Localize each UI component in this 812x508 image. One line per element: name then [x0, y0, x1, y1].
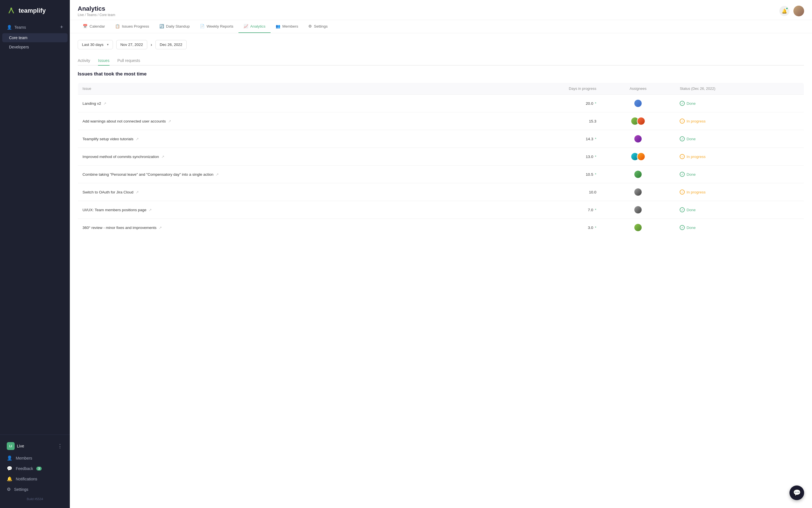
- days-value: 15.3: [589, 119, 596, 123]
- issues-progress-tab-icon: 📋: [115, 24, 120, 29]
- date-range-select[interactable]: Last 30 days ▾: [78, 40, 113, 49]
- daily-standup-tab-icon: 🔄: [159, 24, 164, 29]
- sub-tab-activity[interactable]: Activity: [78, 56, 90, 66]
- col-assignees: Assignees: [601, 83, 675, 95]
- sidebar-item-settings[interactable]: ⚙ Settings: [0, 484, 70, 495]
- build-info: Build #5534: [0, 495, 70, 504]
- status-done: ✓Done: [680, 225, 799, 230]
- main-content: Analytics Live / Teams / Core team 🔔 📅 C…: [70, 0, 812, 508]
- chat-button[interactable]: 💬: [789, 485, 804, 500]
- issue-name-cell: Combine taking "Personal leave" and "Com…: [78, 166, 496, 183]
- assignees-cell: [601, 148, 675, 166]
- table-row: UI/UX: Team members positions page↗7.0 *…: [78, 201, 804, 219]
- workspace-badge: LI: [7, 442, 15, 450]
- app-name: teamplify: [18, 7, 46, 14]
- teams-icon: 👤: [7, 25, 12, 30]
- tab-analytics[interactable]: 📈 Analytics: [239, 20, 270, 33]
- workspace-left: LI Live: [7, 442, 24, 450]
- asterisk-icon: *: [594, 172, 596, 177]
- tab-weekly-reports[interactable]: 📄 Weekly Reports: [195, 20, 239, 33]
- sub-tab-issues-label: Issues: [98, 58, 109, 63]
- sidebar-item-notifications[interactable]: 🔔 Notifications: [0, 474, 70, 484]
- header-left: Analytics Live / Teams / Core team: [78, 5, 115, 17]
- feedback-label: Feedback: [16, 466, 33, 471]
- days-value: 3.0: [588, 225, 593, 230]
- done-icon: ✓: [680, 172, 685, 177]
- external-link-icon[interactable]: ↗: [216, 172, 219, 177]
- members-icon: 👤: [7, 455, 12, 461]
- members-label: Members: [16, 456, 32, 460]
- breadcrumb: Live / Teams / Core team: [78, 13, 115, 17]
- tab-members[interactable]: 👥 Members: [270, 20, 303, 33]
- status-cell: ○In progress: [675, 183, 804, 201]
- settings-icon: ⚙: [7, 486, 11, 492]
- inprogress-icon: ○: [680, 119, 685, 124]
- chat-icon: 💬: [793, 489, 801, 497]
- issue-name: Combine taking "Personal leave" and "Com…: [83, 172, 213, 177]
- tab-issues-progress[interactable]: 📋 Issues Progress: [110, 20, 154, 33]
- issue-name: Add warnings about not connected user ac…: [83, 119, 166, 123]
- external-link-icon[interactable]: ↗: [159, 225, 162, 230]
- issue-name-cell: Improved method of commits synchronizati…: [78, 148, 496, 166]
- teams-header[interactable]: 👤 Teams +: [0, 22, 70, 33]
- workspace-options-button[interactable]: ⋮: [57, 443, 63, 449]
- issue-name: Switch to OAuth for Jira Cloud: [83, 190, 133, 194]
- status-label: In progress: [686, 119, 706, 123]
- status-cell: ✓Done: [675, 166, 804, 183]
- sub-tab-pull-requests[interactable]: Pull requests: [117, 56, 140, 66]
- notification-button[interactable]: 🔔: [779, 6, 789, 16]
- external-link-icon[interactable]: ↗: [161, 155, 164, 159]
- status-inprogress: ○In progress: [680, 154, 799, 159]
- days-value: 20.0: [586, 101, 593, 105]
- date-start-value: Nov 27, 2022: [121, 43, 143, 47]
- status-cell: ✓Done: [675, 95, 804, 112]
- tab-settings[interactable]: ⚙ Settings: [303, 20, 333, 33]
- sidebar-item-members[interactable]: 👤 Members: [0, 453, 70, 463]
- daily-standup-tab-label: Daily Standup: [166, 24, 190, 29]
- sidebar-item-core-team[interactable]: Core team: [2, 33, 68, 42]
- external-link-icon[interactable]: ↗: [103, 101, 106, 105]
- table-row: Improved method of commits synchronizati…: [78, 148, 804, 166]
- workspace-row[interactable]: LI Live ⋮: [0, 439, 70, 453]
- sub-tab-issues[interactable]: Issues: [98, 56, 109, 66]
- add-team-button[interactable]: +: [60, 24, 63, 30]
- done-icon: ✓: [680, 207, 685, 212]
- asterisk-icon: *: [594, 155, 596, 159]
- date-range-label: Last 30 days: [82, 43, 103, 47]
- date-start-input[interactable]: Nov 27, 2022: [116, 40, 147, 49]
- avatar: [637, 152, 645, 161]
- issues-table: Issue Days in progress Assignees Status …: [78, 83, 804, 237]
- table-row: Combine taking "Personal leave" and "Com…: [78, 166, 804, 183]
- days-cell: 15.3: [496, 112, 601, 130]
- external-link-icon[interactable]: ↗: [136, 137, 139, 141]
- days-value: 10.0: [589, 190, 596, 194]
- status-cell: ○In progress: [675, 112, 804, 130]
- issue-name-cell: Switch to OAuth for Jira Cloud↗: [78, 183, 496, 201]
- avatar: [637, 117, 645, 125]
- avatar: [634, 99, 642, 108]
- table-row: Landing v2↗20.0 *✓Done: [78, 95, 804, 112]
- date-end-input[interactable]: Dec 26, 2022: [156, 40, 186, 49]
- external-link-icon[interactable]: ↗: [149, 208, 152, 212]
- tab-daily-standup[interactable]: 🔄 Daily Standup: [154, 20, 195, 33]
- asterisk-icon: *: [594, 225, 596, 230]
- external-link-icon[interactable]: ↗: [136, 190, 139, 194]
- sidebar: teamplify 👤 Teams + Core team Developers…: [0, 0, 70, 508]
- app-logo[interactable]: teamplify: [0, 0, 70, 22]
- external-link-icon[interactable]: ↗: [168, 119, 171, 123]
- status-label: In progress: [686, 155, 706, 159]
- sidebar-item-developers[interactable]: Developers: [2, 43, 68, 51]
- assignees-cell: [601, 95, 675, 112]
- header: Analytics Live / Teams / Core team 🔔: [70, 0, 812, 20]
- tab-calendar[interactable]: 📅 Calendar: [78, 20, 110, 33]
- days-cell: 3.0 *: [496, 219, 601, 237]
- weekly-reports-tab-label: Weekly Reports: [207, 24, 233, 29]
- analytics-tab-label: Analytics: [250, 24, 265, 29]
- sub-tab-activity-label: Activity: [78, 58, 90, 63]
- avatar: [634, 170, 642, 178]
- user-avatar[interactable]: [794, 6, 804, 16]
- sidebar-item-feedback[interactable]: 💬 Feedback 3: [0, 463, 70, 474]
- assignees-cell: [601, 201, 675, 219]
- calendar-tab-label: Calendar: [90, 24, 105, 29]
- table-row: Teamplify setup video tutorials↗14.3 *✓D…: [78, 130, 804, 148]
